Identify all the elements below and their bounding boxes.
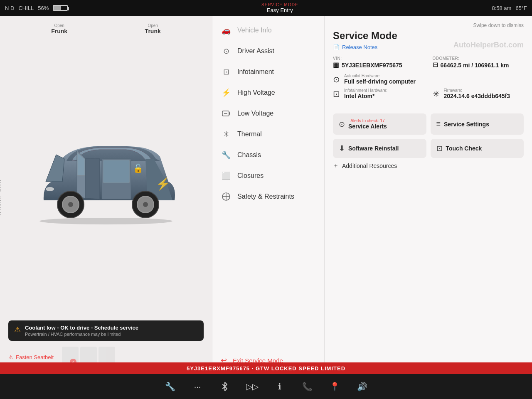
- safety-restraints-label: Safety & Restraints: [237, 193, 294, 200]
- svg-rect-13: [229, 112, 230, 115]
- autopilot-value: Full self-driving computer: [344, 78, 416, 85]
- low-voltage-icon: [221, 108, 232, 119]
- taskbar: 🔧 ··· ▷▷ ℹ 📞 📍 🔊: [0, 374, 532, 399]
- top-bar-left: N D CHILL 56%: [5, 5, 68, 11]
- taskbar-bluetooth-icon[interactable]: [217, 379, 232, 394]
- svg-rect-2: [103, 160, 130, 183]
- odometer-item: Odometer: ⊟ 66462.5 mi / 106961.1 km: [433, 56, 524, 69]
- seatbelt-warning: ⚠ Fasten Seatbelt: [8, 354, 54, 360]
- top-bar: N D CHILL 56% SERVICE MODE Easy Entry 8:…: [0, 0, 532, 16]
- service-alerts-button[interactable]: ⊙ Alerts to check: 17 Service Alerts: [333, 113, 426, 135]
- autopilot-row: ⊙ Autopilot Hardware: Full self-driving …: [333, 74, 524, 85]
- infotainment-item: ⊡ Infotainment Hardware: Intel Atom*: [333, 88, 424, 99]
- touch-check-label: Touch Check: [446, 145, 482, 152]
- autopilot-icon: ⊙: [333, 74, 340, 84]
- firmware-icon: ✳: [433, 89, 440, 99]
- vin-label: VIN:: [333, 56, 424, 61]
- nav-item-vehicle-info[interactable]: 🚗 Vehicle Info: [212, 20, 324, 41]
- safety-restraints-icon: [221, 191, 232, 202]
- odometer-value: 66462.5 mi / 106961.1 km: [441, 62, 509, 69]
- service-settings-icon: ≡: [436, 120, 441, 128]
- infotainment-hw-label: Infotainment Hardware:: [344, 88, 387, 93]
- taskbar-phone-icon[interactable]: 📞: [300, 379, 315, 394]
- vehicle-info-icon: 🚗: [221, 25, 232, 36]
- top-bar-center: SERVICE MODE Easy Entry: [261, 2, 298, 13]
- infotainment-hw-icon: ⊡: [333, 89, 340, 99]
- taskbar-service-icon[interactable]: 🔧: [163, 379, 177, 394]
- chassis-icon: 🔧: [221, 150, 232, 160]
- frunk-value: Frunk: [51, 28, 67, 34]
- release-notes-icon: 📄: [333, 44, 340, 50]
- additional-resources-button[interactable]: ＋ Additional Resources: [333, 158, 524, 174]
- battery-percentage: 56%: [38, 5, 49, 11]
- nav-item-low-voltage[interactable]: Low Voltage: [212, 103, 324, 124]
- taskbar-more-icon[interactable]: ···: [190, 379, 205, 394]
- frunk-control[interactable]: Open Frunk: [51, 23, 67, 34]
- chassis-label: Chassis: [237, 151, 261, 159]
- status-bar-text: 5YJ3E1EBXMF975675 · GTW LOCKED SPEED LIM…: [187, 365, 345, 372]
- nav-item-thermal[interactable]: ✳ Thermal: [212, 124, 324, 145]
- touch-check-icon: ⊡: [436, 144, 443, 153]
- nav-item-infotainment[interactable]: ⊡ Infotainment: [212, 62, 324, 82]
- taskbar-media-icon[interactable]: ▷▷: [245, 379, 260, 394]
- service-settings-label: Service Settings: [444, 121, 489, 128]
- additional-resources-icon: ＋: [333, 162, 339, 170]
- infotainment-hw-value: Intel Atom*: [344, 93, 387, 99]
- svg-point-8: [143, 202, 148, 207]
- software-reinstall-icon: ⬇: [339, 144, 345, 153]
- taskbar-volume-icon[interactable]: 🔊: [355, 379, 369, 394]
- nav-item-closures[interactable]: ⬜ Closures: [212, 165, 324, 186]
- car-controls: Open Frunk Open Trunk: [4, 20, 208, 38]
- nav-item-chassis[interactable]: 🔧 Chassis: [212, 145, 324, 165]
- nav-item-safety-restraints[interactable]: Safety & Restraints: [212, 186, 324, 207]
- temperature-display: 65°F: [515, 5, 527, 11]
- alerts-count: Alerts to check: 17: [348, 118, 387, 123]
- taskbar-map-icon[interactable]: 📍: [327, 379, 342, 394]
- software-reinstall-button[interactable]: ⬇ Software Reinstall: [333, 139, 426, 158]
- trunk-value: Trunk: [145, 28, 161, 34]
- odometer-icon: ⊟: [433, 61, 438, 69]
- alert-banner: ⚠ Coolant low - OK to drive - Schedule s…: [8, 320, 204, 341]
- taskbar-info-icon[interactable]: ℹ: [272, 379, 287, 394]
- additional-resources-label: Additional Resources: [342, 163, 397, 169]
- frunk-open-label: Open: [54, 23, 64, 28]
- infotainment-firmware-row: ⊡ Infotainment Hardware: Intel Atom* ✳ F…: [333, 88, 524, 103]
- battery-bar: [53, 5, 68, 11]
- trunk-open-label: Open: [148, 23, 158, 28]
- driver-assist-icon: ⊙: [221, 46, 232, 57]
- vin-qr-icon: ▦: [333, 61, 339, 69]
- nav-item-high-voltage[interactable]: ⚡ High Voltage: [212, 82, 324, 103]
- time-display: 8:58 am: [492, 5, 511, 11]
- infotainment-label: Infotainment: [237, 68, 274, 76]
- thermal-label: Thermal: [237, 131, 262, 138]
- vin-odometer-row: VIN: ▦ 5YJ3E1EBXMF975675 Odometer: ⊟ 664…: [333, 56, 524, 69]
- driver-assist-label: Driver Assist: [237, 47, 274, 55]
- svg-text:⚡: ⚡: [156, 177, 170, 191]
- side-label-left: SERVICE MODE: [0, 178, 2, 217]
- touch-check-button[interactable]: ⊡ Touch Check: [431, 139, 524, 158]
- nav-panel: 🚗 Vehicle Info ⊙ Driver Assist ⊡ Infotai…: [212, 16, 324, 374]
- trunk-control[interactable]: Open Trunk: [145, 23, 161, 34]
- service-settings-button[interactable]: ≡ Service Settings: [431, 113, 524, 135]
- thermal-icon: ✳: [221, 129, 232, 140]
- nav-item-driver-assist[interactable]: ⊙ Driver Assist: [212, 41, 324, 62]
- gear-indicator: N D: [5, 5, 14, 11]
- release-notes-link[interactable]: 📄 Release Notes: [333, 44, 524, 50]
- drive-mode-label: Easy Entry: [267, 7, 293, 13]
- svg-point-9: [46, 187, 54, 191]
- alert-subtitle: Powertrain / HVAC performance may be lim…: [25, 332, 138, 337]
- service-alerts-icon: ⊙: [339, 120, 345, 129]
- vehicle-info-label: Vehicle Info: [237, 27, 272, 34]
- high-voltage-label: High Voltage: [237, 89, 275, 96]
- top-bar-right: 8:58 am 65°F: [492, 5, 527, 11]
- service-alerts-label: Service Alerts: [348, 123, 387, 130]
- left-panel: SERVICE MODE Open Frunk Open Trunk: [0, 16, 212, 374]
- closures-icon: ⬜: [221, 170, 232, 181]
- swipe-dismiss-hint: Swipe down to dismiss: [333, 22, 524, 28]
- service-mode-title: Service Mode: [333, 30, 524, 42]
- odometer-label: Odometer:: [433, 56, 524, 61]
- autopilot-label: Autopilot Hardware:: [344, 74, 416, 78]
- svg-text:🔓: 🔓: [133, 163, 143, 173]
- software-reinstall-label: Software Reinstall: [348, 145, 399, 152]
- main-screen: SERVICE MODE Open Frunk Open Trunk: [0, 16, 532, 374]
